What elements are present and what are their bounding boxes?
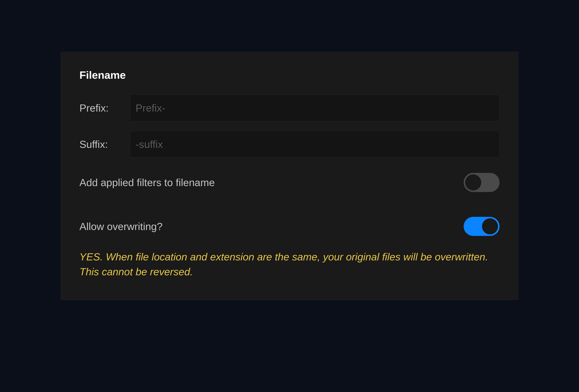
toggle-knob [482,218,498,235]
allow-overwrite-toggle[interactable] [464,217,500,236]
prefix-label: Prefix: [79,102,122,114]
allow-overwrite-label: Allow overwriting? [79,221,162,232]
prefix-input[interactable] [130,94,500,121]
overwrite-warning: YES. When file location and extension ar… [79,249,500,279]
panel-title: Filename [79,69,500,81]
suffix-row: Suffix: [79,131,500,157]
toggle-knob [465,174,481,190]
add-filters-label: Add applied filters to filename [79,176,215,188]
filename-settings-panel: Filename Prefix: Suffix: Add applied fil… [60,52,519,300]
suffix-label: Suffix: [79,138,122,150]
suffix-input[interactable] [130,131,500,157]
add-filters-toggle[interactable] [464,173,500,192]
allow-overwrite-row: Allow overwriting? [79,217,500,236]
add-filters-row: Add applied filters to filename [79,173,500,192]
prefix-row: Prefix: [79,94,500,121]
